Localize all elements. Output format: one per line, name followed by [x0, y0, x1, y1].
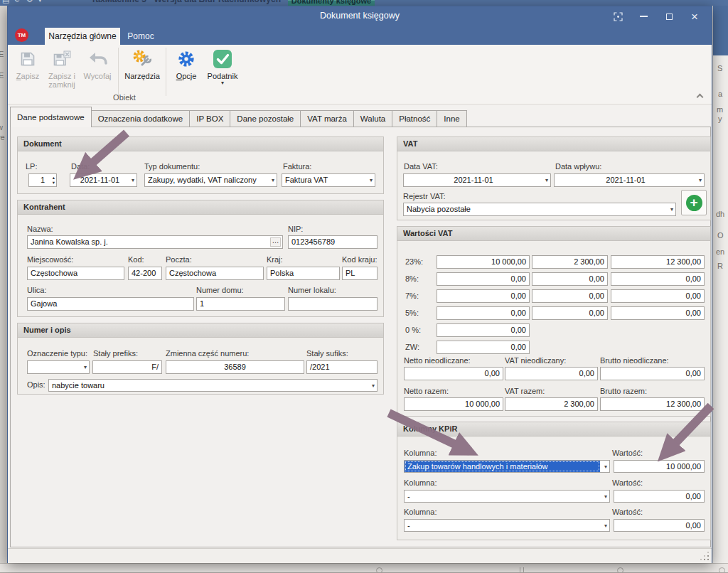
- tab-dane-podstawowe[interactable]: Dane podstawowe: [10, 107, 92, 127]
- zmienna-czesc-field[interactable]: 36589: [166, 360, 304, 374]
- opis-select[interactable]: nabycie towaru ▾: [48, 379, 378, 392]
- netto-razem-field[interactable]: 10 000,00: [404, 397, 503, 411]
- taxpayer-button[interactable]: Podatnik ▾: [203, 46, 242, 96]
- dropdown-arrow-icon[interactable]: ▾: [604, 523, 607, 529]
- nazwa-field[interactable]: Janina Kowalska sp. j. …: [27, 235, 283, 249]
- vat-23-vat-field[interactable]: 2 300,00: [532, 255, 608, 269]
- gear-icon[interactable]: ⚙: [26, 0, 38, 4]
- kolumna-3-select[interactable]: - ▾: [404, 519, 610, 532]
- save-icon: [19, 48, 36, 70]
- tab-vat-marza[interactable]: VAT marża: [301, 110, 354, 127]
- bg-icon-fragment: [719, 567, 725, 573]
- bg-text-fragment: dh: [716, 210, 724, 218]
- dropdown-arrow-icon[interactable]: ▾: [545, 177, 548, 183]
- kolumna-label: Kolumna:: [404, 449, 437, 457]
- dropdown-arrow-icon[interactable]: ▾: [132, 177, 134, 183]
- vat-razem-field[interactable]: 2 300,00: [505, 397, 598, 411]
- dropdown-arrow-icon[interactable]: ▾: [84, 364, 87, 370]
- vat-23-brutto-field[interactable]: 12 300,00: [611, 255, 705, 269]
- tab-oznaczenia-dodatkowe[interactable]: Oznaczenia dodatkowe: [92, 110, 191, 127]
- wartosc-1-field[interactable]: 10 000,00: [614, 460, 705, 473]
- options-button[interactable]: Opcje: [170, 46, 203, 96]
- kolumna-1-select[interactable]: Zakup towarów handlowych i materiałów ▾: [404, 460, 610, 473]
- vat-8-brutto-field[interactable]: 0,00: [611, 272, 705, 286]
- tab-ip-box[interactable]: IP BOX: [190, 110, 230, 127]
- vat-23-netto-field[interactable]: 10 000,00: [437, 255, 530, 269]
- save-and-close-button[interactable]: Zapisz i zamknij: [43, 46, 80, 96]
- faktura-select[interactable]: Faktura VAT ▾: [282, 173, 375, 187]
- data-wplywu-select[interactable]: 2021-11-01 ▾: [554, 173, 705, 187]
- data-vat-select[interactable]: 2021-11-01 ▾: [403, 173, 551, 187]
- data-dokumentu-select[interactable]: 2021-11-01 ▾: [70, 173, 137, 187]
- tab-inne[interactable]: Inne: [437, 110, 466, 127]
- vat-5-vat-field[interactable]: 0,00: [532, 306, 608, 320]
- kolumna-3-value: -: [405, 520, 609, 531]
- numer-domu-field[interactable]: 1: [196, 297, 285, 311]
- dialog-titlebar[interactable]: Dokument księgowy ×: [8, 6, 712, 26]
- refresh-icon[interactable]: ⟳: [14, 0, 26, 4]
- vat-nieodliczany-field[interactable]: 0,00: [505, 367, 598, 380]
- dropdown-arrow-icon[interactable]: ▾: [372, 382, 375, 389]
- vat-0-netto-field[interactable]: 0,00: [437, 323, 530, 337]
- kod-kraju-field[interactable]: PL: [342, 267, 378, 280]
- tab-dane-pozostale[interactable]: Dane pozostałe: [230, 110, 301, 127]
- fit-window-button[interactable]: [605, 6, 631, 26]
- ulica-field[interactable]: Gajowa: [27, 297, 194, 311]
- tab-waluta[interactable]: Waluta: [354, 110, 392, 127]
- minimize-button[interactable]: [631, 6, 656, 26]
- brutto-razem-field[interactable]: 12 300,00: [600, 397, 705, 411]
- vat-5-netto-field[interactable]: 0,00: [437, 306, 530, 320]
- miejscowosc-field[interactable]: Częstochowa: [27, 267, 124, 280]
- vat-zw-netto-field[interactable]: 0,00: [437, 341, 530, 354]
- maximize-button[interactable]: [656, 6, 682, 26]
- dropdown-arrow-icon[interactable]: ▾: [670, 206, 673, 213]
- app-logo[interactable]: TM: [15, 28, 28, 42]
- close-button[interactable]: ×: [682, 6, 707, 26]
- vat-7-brutto-field[interactable]: 0,00: [611, 289, 705, 303]
- dropdown-arrow-icon[interactable]: ▾: [370, 177, 373, 183]
- staly-prefiks-field[interactable]: F/: [92, 360, 162, 374]
- ulica-label: Ulica:: [27, 286, 47, 294]
- save-button[interactable]: Zapisz: [12, 46, 43, 96]
- ribbon-tab-pomoc[interactable]: Pomoc: [122, 28, 160, 45]
- kod-field[interactable]: 42-200: [128, 267, 162, 280]
- vat-7-vat-field[interactable]: 0,00: [532, 289, 608, 303]
- spin-up-icon[interactable]: ▴: [53, 175, 55, 180]
- ribbon-tab-narzedzia-glowne[interactable]: Narzędzia główne: [45, 28, 120, 45]
- typ-dokumentu-select[interactable]: Zakupy, wydatki, VAT naliczony ▾: [144, 173, 277, 187]
- oznaczenie-typu-select[interactable]: ▾: [27, 360, 90, 374]
- dropdown-arrow-icon[interactable]: ▾: [699, 177, 702, 183]
- vat-8-netto-field[interactable]: 0,00: [437, 272, 530, 286]
- brutto-nieodliczane-field[interactable]: 0,00: [600, 367, 705, 380]
- rejestr-vat-select[interactable]: Nabycia pozostałe ▾: [403, 203, 676, 216]
- spin-down-icon[interactable]: ▾: [53, 180, 55, 185]
- tools-button[interactable]: Narzędzia: [122, 46, 162, 96]
- collapse-ribbon-button[interactable]: [697, 95, 703, 100]
- nip-field[interactable]: 0123456789: [288, 235, 378, 249]
- spinner-icons[interactable]: ▴▾: [53, 175, 55, 185]
- vat-5-brutto-field[interactable]: 0,00: [611, 306, 705, 320]
- dropdown-arrow-icon[interactable]: ▾: [604, 493, 607, 500]
- netto-nieodliczane-field[interactable]: 0,00: [404, 367, 503, 380]
- staly-sufiks-field[interactable]: /2021: [306, 360, 378, 374]
- add-rejestr-button[interactable]: +: [681, 190, 707, 215]
- poczta-field[interactable]: Częstochowa: [166, 267, 264, 280]
- dropdown-arrow-icon[interactable]: ▾: [604, 464, 607, 470]
- resize-grip[interactable]: [700, 551, 709, 560]
- numer-i-opis-section: Numer i opis Oznaczenie typu: Stały pref…: [17, 323, 384, 395]
- save-quick-icon[interactable]: ▤: [2, 0, 14, 4]
- vat-7-netto-field[interactable]: 0,00: [437, 289, 530, 303]
- background-tab-dokumenty-ksiegowe[interactable]: Dokumenty księgowe: [288, 0, 375, 6]
- dropdown-arrow-icon[interactable]: ▾: [272, 177, 274, 183]
- kraj-field[interactable]: Polska: [267, 267, 340, 280]
- lp-stepper[interactable]: 1 ▴▾: [28, 173, 57, 187]
- kolumna-2-select[interactable]: - ▾: [404, 490, 610, 503]
- chevron-down-icon[interactable]: ▾: [38, 0, 48, 4]
- undo-button[interactable]: Wycofaj: [80, 46, 114, 96]
- browse-ellipsis-button[interactable]: …: [270, 237, 281, 247]
- wartosc-2-field[interactable]: 0,00: [614, 490, 705, 503]
- numer-lokalu-field[interactable]: [288, 297, 378, 311]
- tab-platnosc[interactable]: Płatność: [392, 110, 437, 127]
- vat-8-vat-field[interactable]: 0,00: [532, 272, 608, 286]
- wartosc-3-field[interactable]: 0,00: [614, 519, 705, 532]
